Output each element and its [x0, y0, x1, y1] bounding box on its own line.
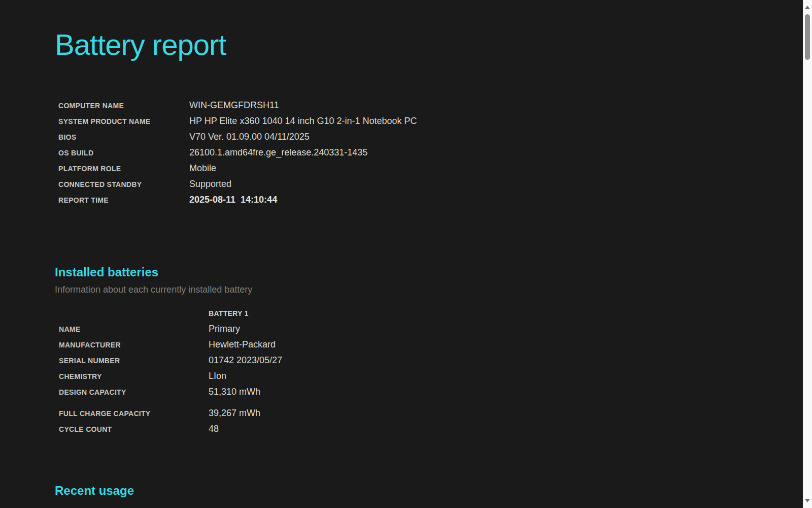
recent-usage-title: Recent usage	[55, 483, 803, 498]
row-label: CONNECTED STANDBY	[58, 176, 189, 192]
row-label: FULL CHARGE CAPACITY	[59, 400, 209, 421]
scrollbar-up-arrow-icon[interactable]	[805, 6, 810, 9]
row-label: SERIAL NUMBER	[59, 353, 209, 368]
report-time-value: 2025-08-11 14:10:44	[189, 192, 417, 208]
scrollbar-thumb[interactable]	[805, 14, 810, 60]
row-value: 39,267 mWh	[209, 400, 282, 421]
row-value: Mobile	[189, 161, 417, 176]
row-label: CHEMISTRY	[59, 368, 209, 384]
row-value: Primary	[209, 321, 282, 337]
page-title: Battery report	[55, 28, 803, 61]
table-row: CONNECTED STANDBY Supported	[58, 176, 417, 192]
row-value: 26100.1.amd64fre.ge_release.240331-1435	[189, 145, 417, 161]
table-row: BIOS V70 Ver. 01.09.00 04/11/2025	[58, 129, 417, 145]
row-value: HP HP Elite x360 1040 14 inch G10 2-in-1…	[189, 113, 417, 129]
row-label: NAME	[59, 321, 209, 337]
row-value: 48	[209, 421, 282, 437]
table-row: FULL CHARGE CAPACITY 39,267 mWh	[59, 400, 282, 421]
row-label	[59, 305, 209, 321]
row-label: COMPUTER NAME	[58, 98, 189, 113]
row-value: 01742 2023/05/27	[209, 353, 282, 368]
table-row: PLATFORM ROLE Mobile	[58, 161, 417, 176]
row-label: OS BUILD	[58, 145, 189, 161]
installed-batteries-table: BATTERY 1 NAME Primary MANUFACTURER Hewl…	[59, 305, 282, 437]
row-label: CYCLE COUNT	[59, 421, 209, 437]
row-label: SYSTEM PRODUCT NAME	[58, 113, 189, 129]
row-value: WIN-GEMGFDRSH11	[189, 98, 417, 113]
installed-batteries-subtitle: Information about each currently install…	[55, 284, 803, 295]
row-value: V70 Ver. 01.09.00 04/11/2025	[189, 129, 417, 145]
row-label: MANUFACTURER	[59, 337, 209, 353]
table-row: SYSTEM PRODUCT NAME HP HP Elite x360 104…	[58, 113, 417, 129]
scrollbar[interactable]	[803, 0, 812, 508]
row-value: LIon	[209, 368, 282, 384]
battery-report-page: Battery report COMPUTER NAME WIN-GEMGFDR…	[0, 0, 803, 508]
table-row: DESIGN CAPACITY 51,310 mWh	[59, 384, 282, 400]
table-row: CYCLE COUNT 48	[59, 421, 282, 437]
table-row: REPORT TIME 2025-08-11 14:10:44	[58, 192, 417, 208]
scrollbar-down-arrow-icon[interactable]	[805, 499, 810, 502]
row-value: Hewlett-Packard	[209, 337, 282, 353]
table-row: COMPUTER NAME WIN-GEMGFDRSH11	[58, 98, 417, 113]
table-header-row: BATTERY 1	[59, 305, 282, 321]
installed-batteries-title: Installed batteries	[55, 265, 803, 280]
table-row: CHEMISTRY LIon	[59, 368, 282, 384]
table-row: SERIAL NUMBER 01742 2023/05/27	[59, 353, 282, 368]
row-label: DESIGN CAPACITY	[59, 384, 209, 400]
row-label: BIOS	[58, 129, 189, 145]
table-row: OS BUILD 26100.1.amd64fre.ge_release.240…	[58, 145, 417, 161]
row-label: REPORT TIME	[58, 192, 189, 208]
table-row: NAME Primary	[59, 321, 282, 337]
system-info-table: COMPUTER NAME WIN-GEMGFDRSH11 SYSTEM PRO…	[58, 98, 417, 208]
row-label: PLATFORM ROLE	[58, 161, 189, 176]
battery-column-header: BATTERY 1	[209, 305, 282, 321]
row-value: 51,310 mWh	[209, 384, 282, 400]
table-row: MANUFACTURER Hewlett-Packard	[59, 337, 282, 353]
row-value: Supported	[189, 176, 417, 192]
